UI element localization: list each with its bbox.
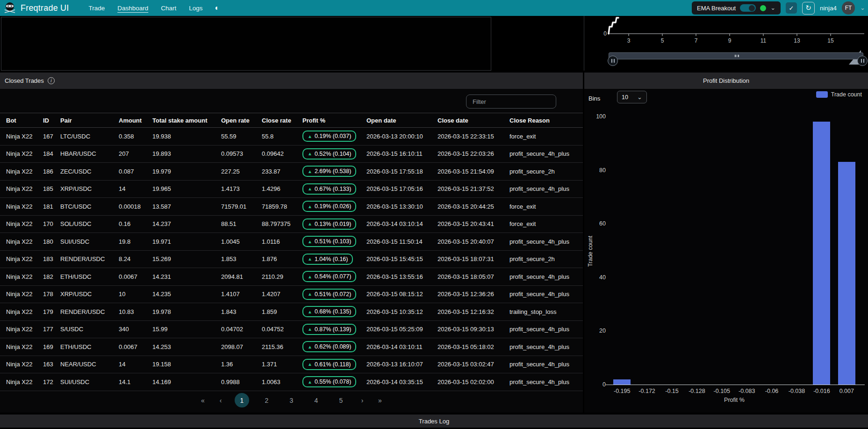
- cell-open-rate: 0.04702: [215, 320, 256, 338]
- cell-id: 177: [37, 320, 55, 338]
- trade-row[interactable]: Ninja X22179RENDER/USDC10.8319.9781.8431…: [0, 303, 583, 321]
- profit-value: 0.68% (0.135): [315, 308, 352, 315]
- nav-item-dashboard[interactable]: Dashboard: [117, 5, 148, 12]
- cell-total-stake: 13.587: [147, 198, 215, 216]
- profit-badge: ▲0.19% (0.026): [302, 201, 356, 212]
- page-last[interactable]: »: [376, 393, 384, 407]
- col-total-stake-amount[interactable]: Total stake amount: [147, 113, 215, 128]
- y-tick: 60: [586, 220, 606, 227]
- cell-open-date: 2026-03-15 15:45:15: [361, 250, 432, 268]
- page-prev[interactable]: ‹: [217, 393, 224, 407]
- trade-row[interactable]: Ninja X22167LTC/USDC0.35819.93855.5955.8…: [0, 128, 583, 145]
- trade-row[interactable]: Ninja X22170SOL/USDC0.1614.23788.5188.79…: [0, 215, 583, 233]
- cell-total-stake: 14.237: [147, 215, 215, 233]
- triangle-up-icon: ▲: [308, 274, 312, 279]
- trade-row[interactable]: Ninja X22172SUI/USDC14.114.1690.99881.00…: [0, 373, 583, 391]
- cell-bot: Ninja X22: [0, 250, 37, 268]
- trade-row[interactable]: Ninja X22183RENDER/USDC8.2415.2691.8531.…: [0, 250, 583, 268]
- bins-select[interactable]: 10 ⌄: [617, 91, 647, 103]
- theme-toggle-icon[interactable]: ◐: [215, 4, 220, 12]
- col-close-date[interactable]: Close date: [432, 113, 504, 128]
- cell-id: 183: [37, 250, 55, 268]
- cell-open-rate: 1.0045: [215, 233, 256, 251]
- trade-row[interactable]: Ninja X22186ZEC/USDC0.08719.979227.25233…: [0, 163, 583, 181]
- col-close-rate[interactable]: Close rate: [256, 113, 297, 128]
- datazoom-handle-right[interactable]: [857, 56, 868, 66]
- col-close-reason[interactable]: Close Reason: [504, 113, 583, 128]
- col-id[interactable]: ID: [37, 113, 55, 128]
- x-tick: -0.038: [784, 388, 809, 394]
- info-icon[interactable]: i: [48, 77, 55, 84]
- cell-close-date: 2026-03-15 20:44:25: [432, 198, 504, 216]
- cell-bot: Ninja X22: [0, 163, 37, 181]
- cell-total-stake: 14.231: [147, 268, 215, 286]
- trade-row[interactable]: Ninja X22182ETH/USDC0.006714.2312094.812…: [0, 268, 583, 286]
- trade-row[interactable]: Ninja X22163NEAR/USDC1419.1581.361.371▲0…: [0, 356, 583, 373]
- cell-close-reason: profit_secure_2h: [504, 163, 583, 181]
- cell-close-date: 2026-03-15 02:02:00: [432, 373, 504, 391]
- reload-button[interactable]: ↻: [802, 2, 815, 15]
- trade-row[interactable]: Ninja X22185XRP/USDC1419.9651.41731.4296…: [0, 180, 583, 198]
- cell-pair: RENDER/USDC: [55, 303, 113, 321]
- cell-amount: 19.8: [113, 233, 147, 251]
- cell-bot: Ninja X22: [0, 215, 37, 233]
- col-open-rate[interactable]: Open rate: [215, 113, 256, 128]
- legend-trade-count[interactable]: Trade count: [816, 91, 862, 98]
- triangle-up-icon: ▲: [308, 204, 312, 209]
- confirm-button[interactable]: ✓: [786, 2, 797, 14]
- trade-row[interactable]: Ninja X22178XRP/USDC1014.2351.41071.4207…: [0, 285, 583, 303]
- page-2[interactable]: 2: [259, 393, 274, 407]
- page-4[interactable]: 4: [309, 393, 323, 407]
- col-profit-[interactable]: Profit %: [297, 113, 361, 128]
- col-bot[interactable]: Bot: [0, 113, 37, 128]
- trade-row[interactable]: Ninja X22184HBAR/USDC20719.8930.095730.0…: [0, 145, 583, 163]
- nav-item-chart[interactable]: Chart: [161, 5, 176, 12]
- col-open-date[interactable]: Open date: [361, 113, 432, 128]
- page-3[interactable]: 3: [284, 393, 299, 407]
- cell-close-date: 2026-03-15 05:18:02: [432, 338, 504, 356]
- cell-total-stake: 19.978: [147, 303, 215, 321]
- page-5[interactable]: 5: [334, 393, 348, 407]
- avatar-chevron-icon[interactable]: ⌄: [860, 6, 865, 10]
- page-1[interactable]: 1: [235, 393, 249, 407]
- cell-close-rate: 88.797375: [256, 215, 297, 233]
- datazoom-grip[interactable]: [735, 55, 739, 57]
- bot-selector[interactable]: EMA Breakout ⌄: [692, 1, 781, 15]
- app-title: Freqtrade UI: [21, 3, 69, 13]
- cell-amount: 14: [113, 180, 147, 198]
- nav-item-logs[interactable]: Logs: [189, 5, 202, 12]
- page-next[interactable]: ›: [359, 393, 366, 407]
- cell-id: 180: [37, 233, 55, 251]
- legend-swatch: [816, 91, 828, 98]
- cell-id: 163: [37, 356, 55, 373]
- col-pair[interactable]: Pair: [55, 113, 113, 128]
- chevron-down-icon[interactable]: ⌄: [770, 6, 775, 10]
- trade-row[interactable]: Ninja X22181BTC/USDC0.0001813.58771579.0…: [0, 198, 583, 216]
- cell-open-date: 2026-03-15 17:55:18: [361, 163, 432, 181]
- cell-profit: ▲0.19% (0.037): [297, 128, 361, 145]
- bot-toggle[interactable]: [740, 4, 756, 12]
- trade-row[interactable]: Ninja X22177S/USDC34015.990.047020.04752…: [0, 320, 583, 338]
- filter-input[interactable]: [466, 95, 556, 109]
- x-axis-name: Profit %: [610, 397, 859, 403]
- cell-pair: ZEC/USDC: [55, 163, 113, 181]
- cell-close-date: 2026-03-15 22:03:26: [432, 145, 504, 163]
- avatar[interactable]: FT: [842, 1, 855, 15]
- profit-value: 0.54% (0.077): [315, 273, 352, 280]
- cell-close-rate: 2110.29: [256, 268, 297, 286]
- datazoom-handle-left[interactable]: [608, 56, 618, 66]
- x-axis-line: [606, 385, 865, 385]
- trades-log-bar[interactable]: Trades Log: [0, 414, 868, 428]
- cell-id: 172: [37, 373, 55, 391]
- username[interactable]: ninja4: [820, 5, 837, 12]
- cell-amount: 10: [113, 285, 147, 303]
- pagination: «‹12345›»: [0, 393, 583, 407]
- trade-row[interactable]: Ninja X22180SUI/USDC19.819.9711.00451.01…: [0, 233, 583, 251]
- profit-value: 2.69% (0.538): [315, 168, 352, 175]
- cell-open-date: 2026-03-15 16:10:11: [361, 145, 432, 163]
- trade-row[interactable]: Ninja X22169ETH/USDC0.006714.2532098.072…: [0, 338, 583, 356]
- col-amount[interactable]: Amount: [113, 113, 147, 128]
- cell-close-date: 2026-03-15 18:07:31: [432, 250, 504, 268]
- nav-item-trade[interactable]: Trade: [88, 5, 105, 12]
- page-first[interactable]: «: [199, 393, 207, 407]
